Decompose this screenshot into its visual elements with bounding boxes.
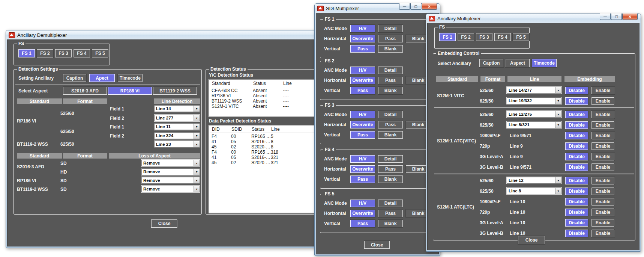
detail-button[interactable]: Detail	[378, 200, 403, 207]
hv-button[interactable]: H/V	[350, 200, 375, 207]
hv-button[interactable]: H/V	[350, 111, 375, 118]
enable-button[interactable]: Enable	[591, 163, 614, 171]
overwrite-button[interactable]: Overwrite	[350, 77, 375, 84]
pass-button[interactable]: Pass	[350, 45, 375, 53]
blank-button[interactable]: Blank	[378, 175, 403, 183]
blank-button[interactable]: Blank	[378, 87, 403, 94]
fs1-button[interactable]: FS 1	[18, 49, 35, 57]
disable-button[interactable]: Disable	[565, 111, 588, 118]
line-select[interactable]: Line 12/275▼	[507, 111, 561, 118]
line-detect-select[interactable]: Line 14 ▼	[154, 105, 200, 112]
enable-button[interactable]: Enable	[591, 198, 614, 206]
enable-button[interactable]: Enable	[591, 177, 614, 184]
line-select[interactable]: Line 14/277▼	[507, 87, 561, 94]
disable-button[interactable]: Disable	[565, 132, 588, 139]
enable-button[interactable]: Enable	[591, 132, 614, 139]
close-button[interactable]: Close	[518, 236, 545, 244]
hv-button[interactable]: H/V	[350, 67, 375, 74]
pass-button[interactable]: Pass	[350, 87, 375, 94]
minimize-button[interactable]: —	[600, 14, 611, 20]
pass-button[interactable]: Pass	[378, 165, 403, 173]
enable-button[interactable]: Enable	[591, 87, 614, 94]
rp186-vi-button[interactable]: RP186 VI	[108, 87, 152, 95]
amux-titlebar[interactable]: Ancillary Multiplexer — ▢ ✕	[426, 14, 641, 23]
close-window-button[interactable]: ✕	[622, 14, 638, 20]
pass-button[interactable]: Pass	[350, 175, 375, 183]
enable-button[interactable]: Enable	[591, 187, 614, 195]
pass-button[interactable]: Pass	[378, 35, 403, 42]
disable-button[interactable]: Disable	[565, 177, 588, 184]
line-detect-select[interactable]: Line 324 ▼	[154, 132, 200, 139]
disable-button[interactable]: Disable	[565, 219, 588, 227]
blank-button[interactable]: Blank	[378, 45, 403, 53]
aspect-button[interactable]: Aspect	[506, 59, 530, 67]
pass-button[interactable]: Pass	[350, 131, 375, 139]
sdi-titlebar[interactable]: SDI Multiplexer — ▢ ✕	[315, 4, 440, 13]
detail-button[interactable]: Detail	[378, 155, 403, 163]
pass-button[interactable]: Pass	[378, 77, 403, 84]
close-button[interactable]: Close	[151, 219, 177, 228]
detail-button[interactable]: Detail	[378, 67, 403, 74]
pass-button[interactable]: Pass	[378, 210, 403, 217]
disable-button[interactable]: Disable	[565, 153, 588, 160]
overwrite-button[interactable]: Overwrite	[350, 35, 375, 42]
detail-button[interactable]: Detail	[378, 25, 403, 32]
timecode-button[interactable]: Timecode	[532, 59, 557, 67]
pass-button[interactable]: Pass	[378, 121, 403, 128]
demux-titlebar[interactable]: Ancillary Demultiplexer	[6, 30, 320, 39]
enable-button[interactable]: Enable	[591, 209, 614, 216]
fs5-button[interactable]: FS 5	[92, 49, 108, 57]
fs5-button[interactable]: FS 5	[513, 33, 529, 41]
enable-button[interactable]: Enable	[591, 230, 614, 237]
close-button[interactable]: Close	[364, 241, 390, 249]
enable-button[interactable]: Enable	[591, 121, 614, 129]
fs1-button[interactable]: FS 1	[439, 33, 456, 41]
maximize-button[interactable]: ▢	[611, 14, 622, 20]
blank-button[interactable]: Blank	[378, 131, 403, 139]
line-select[interactable]: Line 8/321▼	[507, 121, 561, 128]
disable-button[interactable]: Disable	[565, 87, 588, 94]
hv-button[interactable]: H/V	[350, 25, 375, 32]
loss-aspect-select[interactable]: Remove ▼	[141, 177, 200, 184]
caption-button[interactable]: Caption	[63, 74, 86, 82]
disable-button[interactable]: Disable	[565, 198, 588, 206]
detail-button[interactable]: Detail	[378, 111, 403, 118]
minimize-button[interactable]: —	[399, 3, 410, 10]
maximize-button[interactable]: ▢	[410, 3, 421, 10]
timecode-button[interactable]: Timecode	[118, 74, 143, 82]
fs2-button[interactable]: FS 2	[37, 49, 53, 57]
enable-button[interactable]: Enable	[591, 153, 614, 160]
overwrite-button[interactable]: Overwrite	[350, 210, 375, 217]
caption-button[interactable]: Caption	[479, 59, 503, 67]
disable-button[interactable]: Disable	[565, 121, 588, 129]
blank-button[interactable]: Blank	[378, 220, 403, 227]
hv-button[interactable]: H/V	[350, 155, 375, 163]
aspect-button[interactable]: Apect	[89, 74, 115, 82]
line-select[interactable]: Line 8▼	[507, 187, 561, 194]
enable-button[interactable]: Enable	[591, 142, 614, 150]
loss-aspect-select[interactable]: Remove ▼	[141, 186, 200, 192]
overwrite-button[interactable]: Overwrite	[350, 121, 375, 128]
fs3-button[interactable]: FS 3	[55, 49, 72, 57]
disable-button[interactable]: Disable	[565, 209, 588, 216]
loss-aspect-select[interactable]: Remove ▼	[141, 168, 200, 175]
bt1119-wss-button[interactable]: BT1119-2 WSS	[153, 87, 197, 95]
s2016-afd-button[interactable]: S2016-3 AFD	[63, 87, 107, 95]
disable-button[interactable]: Disable	[565, 142, 588, 150]
disable-button[interactable]: Disable	[565, 97, 588, 105]
overwrite-button[interactable]: Overwrite	[350, 165, 375, 173]
disable-button[interactable]: Disable	[565, 163, 588, 171]
fs4-button[interactable]: FS 4	[74, 49, 90, 57]
line-detect-select[interactable]: Line 23 ▼	[154, 141, 200, 148]
close-window-button[interactable]: ✕	[422, 3, 437, 10]
enable-button[interactable]: Enable	[591, 219, 614, 227]
line-detect-select[interactable]: Line 277 ▼	[154, 115, 200, 121]
disable-button[interactable]: Disable	[565, 187, 588, 195]
line-select[interactable]: Line 19/332▼	[507, 97, 561, 104]
line-detect-select[interactable]: Line 11 ▼	[154, 123, 200, 130]
disable-button[interactable]: Disable	[565, 230, 588, 237]
fs3-button[interactable]: FS 3	[476, 33, 492, 41]
fs4-button[interactable]: FS 4	[494, 33, 511, 41]
line-select[interactable]: Line 12▼	[507, 177, 561, 184]
loss-aspect-select[interactable]: Remove ▼	[141, 160, 200, 166]
